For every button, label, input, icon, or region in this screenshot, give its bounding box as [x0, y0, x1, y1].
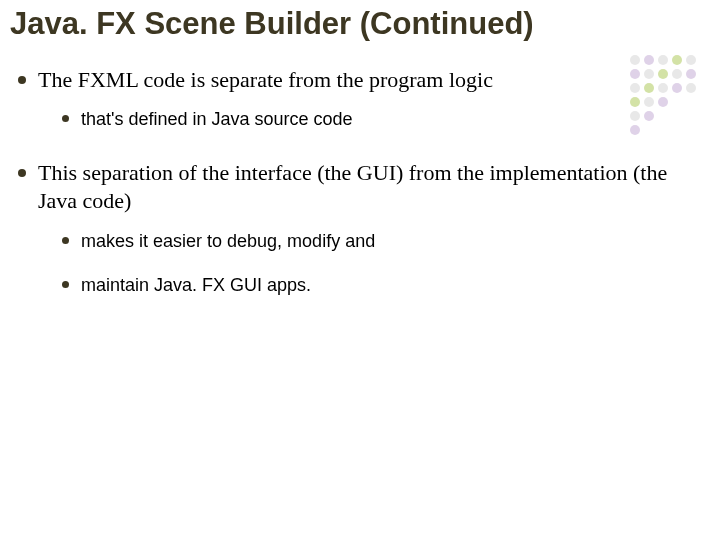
sub-bullet-text: maintain Java. FX GUI apps. [81, 274, 311, 297]
sub-bullet-text: makes it easier to debug, modify and [81, 230, 375, 253]
sub-bullet-item: that's defined in Java source code [62, 108, 702, 131]
sub-bullets-1: that's defined in Java source code [18, 108, 702, 131]
bullet-item-2: This separation of the interface (the GU… [18, 159, 702, 216]
sub-bullet-item: makes it easier to debug, modify and [62, 230, 702, 253]
bullet-icon [18, 169, 26, 177]
bullet-text: This separation of the interface (the GU… [38, 159, 702, 216]
bullet-icon [62, 115, 69, 122]
sub-bullets-2: makes it easier to debug, modify and mai… [18, 230, 702, 297]
bullet-icon [18, 76, 26, 84]
bullet-icon [62, 281, 69, 288]
slide-title: Java. FX Scene Builder (Continued) [0, 0, 720, 42]
sub-bullet-text: that's defined in Java source code [81, 108, 353, 131]
bullet-icon [62, 237, 69, 244]
content-area: The FXML code is separate from the progr… [0, 42, 720, 297]
bullet-item-1: The FXML code is separate from the progr… [18, 66, 702, 95]
bullet-text: The FXML code is separate from the progr… [38, 66, 493, 95]
sub-bullet-item: maintain Java. FX GUI apps. [62, 274, 702, 297]
